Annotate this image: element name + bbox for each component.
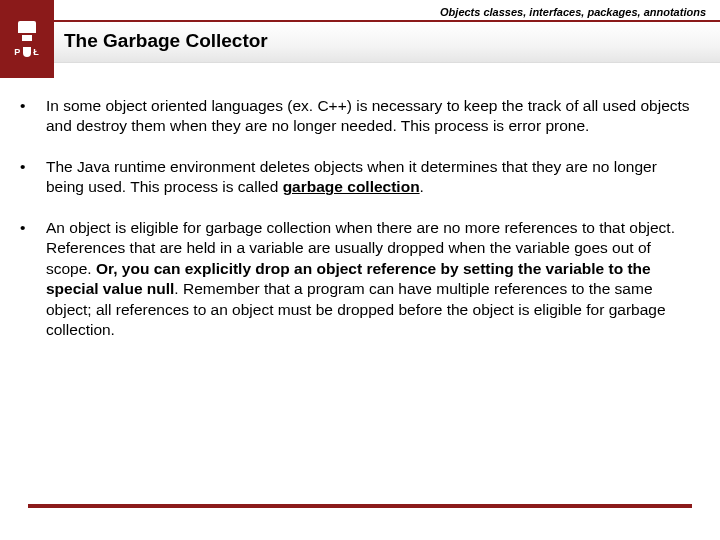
breadcrumb: Objects classes, interfaces, packages, a… — [54, 0, 720, 20]
bullet-text: The Java runtime environment deletes obj… — [46, 157, 692, 198]
bullet-item: • An object is eligible for garbage coll… — [18, 218, 692, 341]
bullet-marker: • — [18, 218, 46, 341]
footer-divider — [28, 504, 692, 508]
bullet-text: In some object oriented languages (ex. C… — [46, 96, 692, 137]
bullet-text: An object is eligible for garbage collec… — [46, 218, 692, 341]
logo-shield-icon — [23, 47, 31, 57]
bullet-marker: • — [18, 96, 46, 137]
page-title: The Garbage Collector — [64, 30, 710, 52]
bullet-marker: • — [18, 157, 46, 198]
logo-letter-left: P — [14, 47, 21, 57]
text-run: garbage collection — [283, 178, 420, 195]
title-bar: The Garbage Collector — [54, 22, 720, 63]
university-logo: P Ł — [0, 0, 54, 78]
text-run: . — [420, 178, 424, 195]
bullet-item: • The Java runtime environment deletes o… — [18, 157, 692, 198]
slide-content: • In some object oriented languages (ex.… — [0, 78, 720, 341]
text-run: In some object oriented languages (ex. C… — [46, 97, 690, 134]
slide-header: P Ł Objects classes, interfaces, package… — [0, 0, 720, 78]
logo-letter-right: Ł — [33, 47, 40, 57]
bullet-item: • In some object oriented languages (ex.… — [18, 96, 692, 137]
